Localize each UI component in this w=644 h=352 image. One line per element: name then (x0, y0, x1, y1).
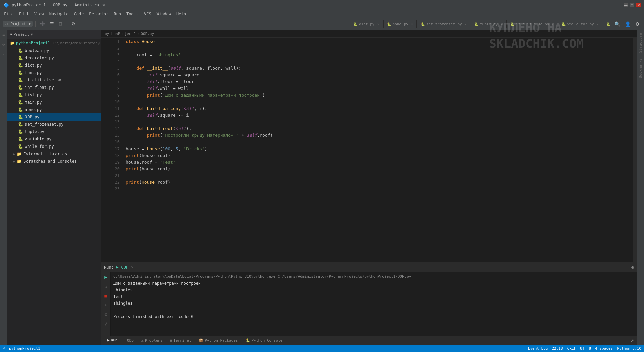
settings-button[interactable]: ⚙ (70, 20, 77, 27)
tab-close-set[interactable]: ✕ (465, 22, 467, 26)
tab-if-elif[interactable]: 🐍 if_elif_else.py ✕ (506, 20, 557, 28)
file-if-elif[interactable]: 🐍 if_elif_else.py (7, 76, 101, 84)
tab-problems[interactable]: ⚠ Problems (138, 337, 166, 344)
close-panel-button[interactable]: — (78, 20, 86, 27)
minimize-button[interactable]: — (624, 3, 628, 7)
editor-scrollbar[interactable] (633, 38, 637, 262)
title-bar: 🔷 pythonProject1 - OOP.py - Administrato… (0, 0, 644, 10)
run-settings-side-button[interactable]: ⚙ (103, 311, 108, 318)
menu-window[interactable]: Window (154, 11, 174, 17)
file-icon-dict: 🐍 (18, 63, 23, 68)
tab-todo[interactable]: TODO (122, 337, 138, 344)
maximize-button[interactable]: □ (630, 3, 634, 7)
tab-while-for[interactable]: 🐍 while_for.py ✕ (558, 20, 602, 28)
tab-run-bottom[interactable]: ▶ Run (104, 337, 121, 344)
event-log[interactable]: Event Log (528, 346, 548, 351)
run-stop-button[interactable]: ■ (103, 292, 108, 299)
run-settings-icon[interactable]: ⚙ (631, 265, 634, 270)
code-content[interactable]: class House: roof = 'shingles' def __ini… (122, 38, 633, 262)
expand-button[interactable]: ⊟ (57, 20, 64, 27)
run-close-icon[interactable]: ✕ (131, 265, 133, 269)
external-libraries[interactable]: ▶ 📁 External Libraries (7, 150, 101, 158)
menu-vcs[interactable]: VCS (141, 11, 154, 17)
menu-code[interactable]: Code (71, 11, 87, 17)
activity-refactor-icon[interactable]: ⚙ (1, 41, 6, 48)
scratches-and-consoles[interactable]: ▶ 📁 Scratches and Consoles (7, 158, 101, 165)
settings-gear-button[interactable]: ⚙ (634, 20, 641, 28)
right-icon-1[interactable]: Structure (638, 33, 643, 53)
run-label: Run: (104, 265, 114, 270)
tab-set-frozenset[interactable]: 🐍 set_frozenset.py ✕ (417, 20, 470, 28)
run-play-button[interactable]: ▶ (103, 273, 108, 281)
tab-terminal[interactable]: ⊞ Terminal (167, 337, 195, 344)
file-func[interactable]: 🐍 func.py (7, 69, 101, 76)
activity-vcs-icon[interactable]: ⑂ (1, 51, 6, 57)
activity-structure-icon[interactable]: ≡ (1, 32, 6, 39)
search-button[interactable]: 🔍 (613, 20, 622, 28)
run-expand-button[interactable]: ⤢ (103, 320, 109, 328)
menu-run[interactable]: Run (111, 11, 124, 17)
run-name: OOP (121, 265, 129, 270)
menu-file[interactable]: File (1, 11, 16, 17)
right-icon-2[interactable]: Bookmarks (638, 58, 643, 78)
tab-label-tuple: tuple.py (480, 22, 498, 26)
sidebar-project-root[interactable]: 📁 pythonProject1 C:\Users\Administrator\… (7, 39, 101, 47)
run-scroll-end-button[interactable]: ⬇ (103, 301, 108, 309)
add-file-button[interactable]: ➕ (38, 20, 47, 27)
file-none[interactable]: 🐍 none.py (7, 106, 101, 113)
run-rerun-button[interactable]: ↺ (103, 283, 108, 290)
tab-close-if[interactable]: ✕ (552, 22, 554, 26)
collapse-button[interactable]: ☰ (48, 20, 56, 27)
app-logo: 🔷 (3, 2, 9, 8)
project-selector[interactable]: 🗂 Project ▼ (3, 21, 33, 27)
file-tuple[interactable]: 🐍 tuple.py (7, 128, 101, 135)
window-title: pythonProject1 - OOP.py - Administrator (12, 3, 106, 7)
tab-func[interactable]: 🐍 func.py ✕ (603, 20, 610, 28)
toolbar-sep-1 (35, 21, 36, 27)
tab-dict[interactable]: 🐍 dict.py ✕ (350, 20, 383, 28)
breadcrumb-file: OOP.py (141, 32, 154, 36)
python-console-label: Python Console (252, 338, 283, 343)
file-while-for[interactable]: 🐍 while_for.py (7, 143, 101, 150)
tab-tuple[interactable]: 🐍 tuple.py ✕ (471, 20, 506, 28)
file-list[interactable]: 🐍 list.py (7, 91, 101, 99)
file-oop[interactable]: 🐍 OOP.py (7, 113, 101, 121)
tab-icon-func: 🐍 (606, 22, 610, 26)
file-int-float[interactable]: 🐍 int_float.py (7, 84, 101, 91)
project-dropdown-icon[interactable]: ▼ (31, 32, 33, 37)
file-icon-boolean: 🐍 (18, 48, 23, 53)
file-dict[interactable]: 🐍 dict.py (7, 62, 101, 69)
tab-close-while[interactable]: ✕ (597, 22, 599, 26)
breadcrumb: pythonProject1 › OOP.py (101, 30, 637, 38)
tab-close-tuple[interactable]: ✕ (500, 22, 502, 26)
menu-view[interactable]: View (32, 11, 47, 17)
sidebar-project-title: Project (14, 32, 29, 37)
close-button[interactable]: ✕ (636, 3, 641, 7)
menu-navigate[interactable]: Navigate (47, 11, 71, 17)
user-button[interactable]: 👤 (623, 20, 632, 28)
python-packages-label: Python Packages (205, 338, 238, 343)
output-line-5 (113, 307, 634, 313)
bottom-toolbar: ▶ Run TODO ⚠ Problems ⊞ Terminal 📦 Pytho… (101, 336, 637, 345)
file-boolean[interactable]: 🐍 boolean.py (7, 47, 101, 54)
menu-tools[interactable]: Tools (124, 11, 141, 17)
tab-close-dict[interactable]: ✕ (377, 22, 379, 26)
menu-refactor[interactable]: Refactor (86, 11, 111, 17)
menu-edit[interactable]: Edit (16, 11, 32, 17)
file-icon-set: 🐍 (18, 122, 23, 127)
file-variable[interactable]: 🐍 variable.py (7, 135, 101, 143)
file-decorator[interactable]: 🐍 decorator.py (7, 54, 101, 62)
sidebar-header[interactable]: ▼ Project ▼ (7, 30, 101, 39)
tab-none[interactable]: 🐍 none.py ✕ (383, 20, 417, 28)
tab-python-console[interactable]: 🐍 Python Console (242, 337, 286, 344)
run-header: Run: ▶ OOP ✕ ⚙ (101, 262, 637, 272)
external-libraries-label: External Libraries (23, 152, 67, 156)
file-set-frozenset[interactable]: 🐍 set_frozenset.py (7, 121, 101, 128)
menu-help[interactable]: Help (174, 11, 189, 17)
output-line-1: Дом с заданными параметрами построен (113, 280, 634, 287)
tab-python-packages[interactable]: 📦 Python Packages (195, 337, 241, 344)
expand-icon-bottom[interactable]: ⤢ (631, 338, 634, 343)
file-icon-func: 🐍 (18, 70, 23, 75)
file-main[interactable]: 🐍 main.py (7, 99, 101, 106)
tab-close-none[interactable]: ✕ (411, 22, 413, 26)
